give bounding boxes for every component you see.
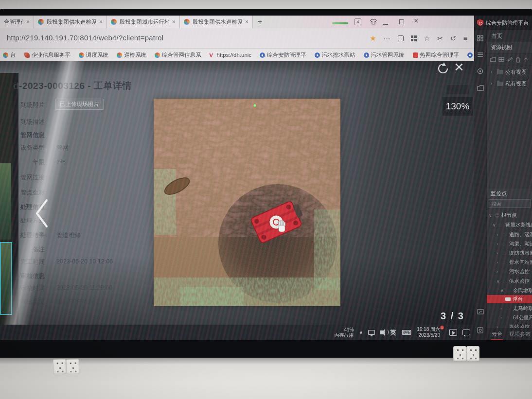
bookmark-item[interactable]: 调度系统 — [79, 52, 108, 59]
upload-arrow-icon[interactable] — [523, 57, 529, 63]
tree-item-private-views[interactable]: › 私有视图 — [487, 78, 532, 89]
chevron-right-icon: › — [491, 81, 495, 86]
security-platform-panel: 综合安防管理平台 首页 资源视图 — [474, 16, 532, 340]
clock[interactable]: 16:18 周六 2023/5/20 1 — [417, 327, 444, 338]
bookmark-item[interactable]: 巡检系统 — [117, 52, 146, 59]
screenshot-scissors-icon[interactable]: ✂ — [437, 35, 443, 42]
skin-icon[interactable] — [370, 18, 377, 25]
tray-caret-icon[interactable]: ∧ — [359, 330, 363, 336]
tree-item-floating-platform-selected[interactable]: 浮台 — [487, 295, 532, 303]
bookmarks-bar: 台 企业信息服务平 调度系统 巡检系统 综合管网信息系 Vhttps://dh.… — [0, 49, 474, 61]
favorites-list-icon[interactable]: ☆ — [424, 35, 430, 42]
home-icon: ⌂ — [502, 232, 507, 237]
chevron-down-icon: ∨ — [500, 288, 504, 293]
maximize-button[interactable] — [399, 19, 404, 24]
panel-content: 首页 资源视图 › 公有视图 › — [486, 30, 532, 340]
network-icon[interactable] — [368, 330, 375, 335]
bookmark-item[interactable]: 台 — [3, 52, 16, 59]
tree-item-drainage-gates[interactable]: › ⌂ 排水闸站监 — [487, 258, 532, 266]
history-undo-icon[interactable]: ↺ — [450, 35, 456, 42]
tab-favicon — [38, 19, 44, 25]
screen-share-icon[interactable] — [477, 309, 484, 314]
download-badge[interactable]: 4 — [355, 18, 361, 25]
search-input[interactable] — [489, 199, 531, 208]
tree-item-smart-water-video[interactable]: ∨ ⌂ 智慧水务视频 — [487, 221, 532, 229]
close-button[interactable]: × — [414, 17, 418, 25]
bookmark-icon — [79, 52, 84, 58]
tree-item-water-supply-monitor[interactable]: ∨ ⌂ 供水监控 — [487, 277, 532, 285]
minimize-button[interactable] — [383, 24, 388, 25]
tree-item-zoumaling-intake[interactable]: › ⌂ 走马岭取水 — [487, 304, 532, 312]
ime-indicator[interactable]: 英 — [390, 329, 396, 337]
tree-item-64km-station[interactable]: › ⌂ 64公里高 — [487, 313, 532, 322]
zoom-level-badge: 130% — [443, 97, 473, 116]
bookmark-item[interactable]: 企业信息服务平 — [24, 52, 71, 59]
bookmark-item[interactable]: 综合安防管理平 — [260, 52, 306, 59]
previous-image-arrow[interactable] — [33, 198, 50, 228]
tree-item-flood-control[interactable]: › ⌂ 堤防防汛监 — [487, 249, 532, 257]
settings-box-icon[interactable] — [477, 327, 483, 333]
target-icon[interactable] — [477, 68, 483, 74]
ptz-tabs: 云台 视频参数 — [487, 328, 532, 340]
menu-icon[interactable]: ≡ — [463, 35, 467, 42]
notification-center-icon[interactable] — [462, 330, 470, 335]
media-panel-icon[interactable] — [449, 329, 457, 336]
camera-thumb[interactable] — [0, 163, 11, 240]
volume-icon[interactable] — [380, 330, 383, 334]
tree-item-roads-culverts[interactable]: › ⌂ 道路、涵洞 — [487, 230, 532, 239]
new-tab-button[interactable]: + — [258, 17, 262, 26]
home-icon: ⌂ — [502, 278, 507, 284]
address-bar[interactable]: http://219.140.191.70:8014/web4/?client=… — [7, 34, 163, 42]
power-outlet — [466, 346, 479, 361]
tab-home[interactable]: 首页 — [487, 30, 532, 42]
reader-mode-icon[interactable] — [398, 35, 404, 41]
bookmark-item[interactable]: 综合管网信息系 — [155, 52, 201, 59]
chevron-right-icon: › — [497, 242, 500, 246]
tab-close-icon[interactable]: × — [245, 19, 248, 25]
keyboard-icon[interactable]: ⌨ — [402, 329, 411, 336]
dashboard-grid-icon[interactable] — [477, 35, 483, 41]
power-outlet — [66, 359, 79, 375]
tree-item-sewage-monitor[interactable]: › ⌂ 污水监控 — [487, 267, 532, 276]
folder-icon — [497, 82, 503, 86]
bookmark-item[interactable]: Vhttps://dh.unic — [210, 52, 252, 58]
more-icon[interactable]: ⋯ — [384, 35, 390, 42]
tab-water-patrol-1[interactable]: 股投集团供水巡检系统 × — [34, 16, 107, 28]
close-viewer-icon[interactable]: × — [454, 61, 464, 76]
screen: 合管理信息系 × 股投集团供水巡检系统 × 股投集团城市运行地理信息系 × 股投… — [0, 16, 532, 340]
tree-item-root-node[interactable]: ∨ 根节点 — [487, 211, 532, 219]
tab-video-params[interactable]: 视频参数 — [509, 330, 531, 338]
home-icon: ⌂ — [498, 222, 503, 227]
tab-close-icon[interactable]: × — [26, 19, 30, 25]
image-page-indicator: 3 / 3 — [441, 311, 464, 322]
tab-close-icon[interactable]: × — [172, 19, 176, 25]
uploaded-photos-button[interactable]: 已上传现场图片 — [55, 99, 104, 110]
tab-management-info[interactable]: 合管理信息系 × — [0, 16, 34, 28]
bookmark-item[interactable]: 热网综合管理平 — [413, 52, 460, 59]
apps-grid-icon[interactable] — [411, 35, 417, 41]
favorite-star-icon[interactable]: ★ — [370, 34, 376, 43]
tab-water-patrol-2[interactable]: 股投集团供水巡检系统 × — [180, 16, 253, 28]
folder-icon[interactable] — [477, 85, 484, 91]
tab-close-icon[interactable]: × — [99, 19, 103, 25]
rotate-image-icon[interactable] — [437, 62, 450, 75]
dimmed-button[interactable] — [446, 85, 469, 94]
trash-icon[interactable] — [515, 57, 521, 63]
list-icon[interactable] — [477, 52, 483, 57]
bookmark-icon — [155, 52, 160, 58]
tab-ptz[interactable]: 云台 — [492, 330, 502, 338]
wall-shadow — [0, 358, 532, 364]
tree-item-public-views[interactable]: › 公有视图 — [487, 66, 532, 78]
memory-usage[interactable]: 41% 内存占用 — [334, 327, 354, 338]
wall-top — [0, 0, 532, 10]
bookmark-item[interactable]: 污水管网系统 — [364, 52, 405, 59]
edit-pencil-icon[interactable] — [507, 57, 513, 62]
tab-city-gis[interactable]: 股投集团城市运行地理信息系 × — [107, 16, 180, 28]
site-photo[interactable] — [154, 99, 340, 306]
tree-item-ditches-lakes[interactable]: › ⌂ 沟渠、湖泊 — [487, 240, 532, 248]
bookmark-item[interactable]: 污水排水泵站 — [315, 52, 355, 59]
new-view-icon[interactable] — [498, 57, 504, 62]
tree-item-yushidun-intake[interactable]: ∨ ⌂ 余氏墩取水 — [487, 286, 532, 295]
new-folder-icon[interactable] — [490, 57, 496, 62]
camera-thumb-selected[interactable] — [0, 242, 12, 315]
